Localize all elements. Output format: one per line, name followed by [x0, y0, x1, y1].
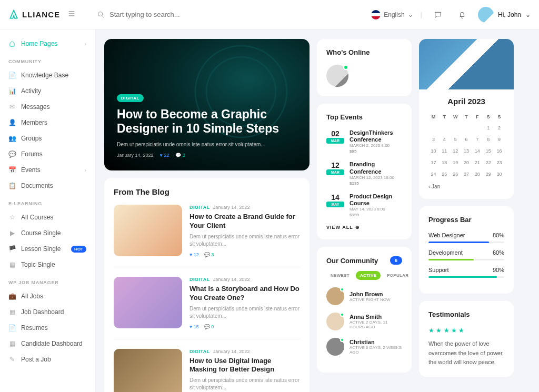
- sidebar-item-topic-single[interactable]: ▦Topic Single: [0, 257, 95, 273]
- menu-icon: 📄: [8, 72, 16, 79]
- calendar-weekday: W: [451, 112, 461, 122]
- sidebar-item-documents[interactable]: 📋Documents: [0, 178, 95, 194]
- bell-icon[interactable]: [454, 6, 471, 23]
- menu-icon: 💬: [8, 150, 16, 158]
- calendar-day[interactable]: 9: [494, 134, 504, 145]
- calendar-day[interactable]: 8: [483, 134, 493, 145]
- event-day: 12: [326, 161, 344, 169]
- calendar-day[interactable]: 6: [462, 134, 472, 145]
- filter-active[interactable]: ACTIVE: [356, 271, 381, 280]
- calendar-day[interactable]: 22: [483, 157, 493, 168]
- sidebar-item-all-courses[interactable]: ☆All Courses: [0, 209, 95, 225]
- calendar-day[interactable]: 24: [428, 169, 438, 179]
- online-user-avatar[interactable]: [326, 65, 348, 87]
- blog-thumbnail: [114, 205, 182, 256]
- sidebar-item-knowledge-base[interactable]: 📄Knowledge Base: [0, 67, 95, 83]
- progress-fill: [428, 259, 474, 260]
- event-item[interactable]: 02MARDesignThinkers ConferenceMARCH 2, 2…: [326, 129, 402, 154]
- like-icon[interactable]: ♥ 15: [189, 324, 199, 329]
- calendar-prev[interactable]: ‹ Jan: [428, 184, 504, 189]
- events-title: Top Events: [326, 113, 402, 121]
- sidebar-item-messages[interactable]: ✉Messages: [0, 99, 95, 115]
- comment-icon[interactable]: 💬 3: [204, 252, 214, 257]
- community-count: 6: [390, 256, 402, 265]
- hero-card[interactable]: DIGITAL How to Become a Graphic Designer…: [104, 39, 310, 170]
- calendar-day[interactable]: 28: [472, 169, 482, 179]
- sidebar-item-activity[interactable]: 📊Activity: [0, 83, 95, 99]
- calendar-day[interactable]: 26: [451, 169, 461, 179]
- calendar-day[interactable]: 16: [494, 146, 504, 156]
- sidebar-item-course-single[interactable]: ▶Course Single: [0, 225, 95, 241]
- sidebar-item-candidate-dashboard[interactable]: ▦Candidate Dashboard: [0, 336, 95, 351]
- calendar-day[interactable]: 25: [440, 169, 450, 179]
- member-item[interactable]: ChristianACTIVE 6 DAYS, 2 WEEKS AGO: [326, 338, 402, 356]
- event-item[interactable]: 14MAYProduct Design CourseMAY 14, 2023 8…: [326, 193, 402, 217]
- sidebar-item-lesson-single[interactable]: 🏴Lesson SingleHOT: [0, 241, 95, 257]
- calendar-day[interactable]: 1: [483, 123, 493, 133]
- calendar-day[interactable]: 13: [462, 146, 472, 156]
- calendar-day[interactable]: 27: [462, 169, 472, 179]
- filter-newest[interactable]: NEWEST: [326, 271, 354, 280]
- like-icon[interactable]: ♥ 12: [189, 252, 199, 257]
- sidebar-item-members[interactable]: 👤Members: [0, 115, 95, 130]
- nav-heading-elearning: E-LEARNING: [0, 194, 95, 209]
- sidebar-item-groups[interactable]: 👥Groups: [0, 130, 95, 146]
- calendar-day[interactable]: 2: [494, 123, 504, 133]
- calendar-day[interactable]: 7: [472, 134, 482, 145]
- calendar-day[interactable]: 12: [451, 146, 461, 156]
- blog-thumbnail: [114, 277, 182, 328]
- calendar-day[interactable]: 30: [494, 169, 504, 179]
- event-item[interactable]: 12MARBranding ConferenceMARCH 12, 2023 1…: [326, 161, 402, 185]
- calendar-day[interactable]: 17: [428, 157, 438, 168]
- sidebar-item-forums[interactable]: 💬Forums: [0, 146, 95, 162]
- progress-percent: 60%: [493, 249, 504, 256]
- calendar-day[interactable]: 11: [440, 146, 450, 156]
- sidebar-item-events[interactable]: 📅Events›: [0, 162, 95, 178]
- menu-icon: 👥: [8, 135, 16, 142]
- menu-icon: ▶: [8, 229, 16, 237]
- member-item[interactable]: Anna SmithACTIVE 2 DAYS, 11 HOURS AGO: [326, 313, 402, 330]
- brand-logo[interactable]: LLIANCE: [8, 9, 60, 20]
- sidebar-item-post-a-job[interactable]: ✎Post a Job: [0, 351, 95, 367]
- calendar-day[interactable]: 19: [451, 157, 461, 168]
- calendar-day[interactable]: 15: [483, 146, 493, 156]
- testimonials-title: Testimonials: [428, 310, 504, 318]
- calendar-day[interactable]: 18: [440, 157, 450, 168]
- calendar-day[interactable]: 14: [472, 146, 482, 156]
- progress-item: Web Designer80%: [428, 232, 504, 243]
- calendar-day[interactable]: 23: [494, 157, 504, 168]
- chat-icon[interactable]: [430, 6, 446, 23]
- blog-post[interactable]: DIGITALJanuary 14, 2022What Is a Storybo…: [114, 277, 300, 339]
- member-avatar: [326, 338, 344, 356]
- calendar-day[interactable]: 10: [428, 146, 438, 156]
- sidebar-item-job-dashboard[interactable]: ▦Job Dashboard: [0, 304, 95, 320]
- calendar-day[interactable]: 20: [462, 157, 472, 168]
- member-item[interactable]: John BrownACTIVE RIGHT NOW: [326, 287, 402, 305]
- chevron-down-icon: ⌄: [525, 11, 531, 18]
- events-view-all[interactable]: VIEW ALL ⊕: [326, 225, 402, 230]
- comment-icon[interactable]: 💬 0: [204, 324, 214, 329]
- language-selector[interactable]: English ⌄: [371, 10, 413, 19]
- sidebar-item-home[interactable]: Home Pages ›: [0, 36, 95, 52]
- post-category: DIGITAL: [189, 349, 210, 354]
- calendar-day[interactable]: 3: [428, 134, 438, 145]
- sidebar-item-resumes[interactable]: 📄Resumes: [0, 320, 95, 336]
- blog-post[interactable]: DIGITALJanuary 14, 2022How to Use Digita…: [114, 349, 300, 392]
- svg-point-0: [98, 12, 103, 16]
- filter-popular[interactable]: POPULAR: [383, 271, 413, 280]
- post-date: January 14, 2022: [213, 205, 250, 210]
- event-month: MAR: [326, 169, 344, 175]
- sidebar-item-all-jobs[interactable]: 💼All Jobs: [0, 288, 95, 304]
- menu-toggle-icon[interactable]: [67, 9, 76, 19]
- menu-icon: ▦: [8, 308, 16, 316]
- search-input[interactable]: [109, 11, 267, 18]
- calendar-day[interactable]: 5: [451, 134, 461, 145]
- event-title: Product Design Course: [350, 193, 402, 207]
- calendar-day[interactable]: 4: [440, 134, 450, 145]
- blog-post[interactable]: DIGITALJanuary 14, 2022How to Create a B…: [114, 205, 300, 267]
- member-status: ACTIVE 2 DAYS, 11 HOURS AGO: [350, 320, 402, 329]
- calendar-weekday: T: [440, 112, 450, 122]
- user-menu[interactable]: Hi, John ⌄: [478, 7, 531, 23]
- calendar-day[interactable]: 21: [472, 157, 482, 168]
- calendar-day[interactable]: 29: [483, 169, 493, 179]
